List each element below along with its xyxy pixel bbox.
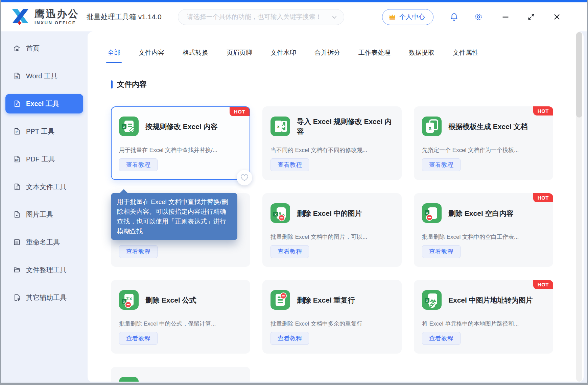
- svg-text:x: x: [275, 212, 277, 216]
- view-tutorial-button[interactable]: 查看教程: [271, 245, 309, 258]
- sidebar-item-8[interactable]: 文件整理工具: [5, 260, 83, 280]
- tool-title: 删除 Excel 空白内容: [448, 208, 514, 218]
- chevron-down-icon[interactable]: [331, 14, 338, 22]
- sidebar-item-label: PDF 工具: [26, 155, 55, 164]
- scrollbar-track[interactable]: [576, 32, 582, 382]
- tab-7[interactable]: 数据提取: [409, 48, 434, 63]
- view-tutorial-button[interactable]: 查看教程: [422, 245, 461, 258]
- sidebar-item-3[interactable]: P PPT 工具: [5, 122, 83, 141]
- tool-title: 删除 Excel 公式: [145, 295, 196, 305]
- svg-text:pdf: pdf: [15, 159, 19, 161]
- tooltip-arrow: [120, 189, 128, 193]
- hot-badge: HOT: [230, 107, 250, 116]
- tab-2[interactable]: 格式转换: [183, 48, 208, 63]
- card-head: x删除 Excel 空白内容: [422, 202, 545, 224]
- window-bottom-border: [0, 383, 588, 385]
- search-input[interactable]: [178, 9, 344, 25]
- tooltip-text: 用于批量在 Excel 文档中查找并替换/删除相关内容。可以按指定内容进行精确查…: [117, 198, 228, 235]
- excel-image-delete-icon: x: [271, 203, 290, 223]
- tool-card-7[interactable]: 删除 Excel 重复行批量删除 Excel 文档中多余的重复行查看教程: [262, 280, 402, 354]
- sidebar-item-label: 其它辅助工具: [26, 293, 67, 302]
- doc-shield-icon: [13, 293, 21, 302]
- sidebar-item-label: 重命名工具: [26, 238, 60, 247]
- tool-card-1[interactable]: x导入 Excel 规则修改 Excel 内容当不同的 Excel 文档有不同的…: [262, 106, 402, 180]
- excel-formula-delete-icon: Σxx: [119, 290, 139, 310]
- tool-title: 根据模板生成 Excel 文档: [448, 122, 528, 131]
- tab-5[interactable]: 合并拆分: [314, 48, 340, 63]
- sidebar-item-7[interactable]: 重命名工具: [5, 232, 83, 252]
- function-search: [178, 9, 344, 25]
- view-tutorial-button[interactable]: 查看教程: [119, 332, 158, 345]
- view-tutorial-button[interactable]: 查看教程: [422, 158, 461, 171]
- tab-1[interactable]: 文件内容: [139, 48, 164, 63]
- scrollbar-thumb[interactable]: [576, 32, 582, 118]
- tool-card-4[interactable]: x删除 Excel 中的图片批量删除 Excel 文档中的图片，可以...查看教…: [262, 193, 402, 267]
- tool-card-0[interactable]: HOTx按规则修改 Excel 内容用于批量在 Excel 文档中查找并替换/.…: [111, 106, 250, 180]
- sidebar-item-label: PPT 工具: [26, 127, 54, 136]
- tab-3[interactable]: 页眉页脚: [227, 48, 252, 63]
- sidebar-item-2[interactable]: X Excel 工具: [5, 94, 83, 113]
- view-tutorial-button[interactable]: 查看教程: [422, 332, 461, 345]
- tool-desc: 批量删除 Excel 文档中的空白工作表...: [422, 233, 545, 241]
- svg-text:x: x: [277, 124, 280, 129]
- view-tutorial-button[interactable]: 查看教程: [271, 332, 309, 345]
- tab-4[interactable]: 文件水印: [271, 48, 296, 63]
- settings-gear-icon[interactable]: [473, 11, 484, 23]
- excel-import-icon: x: [271, 117, 290, 136]
- heart-icon: [240, 174, 249, 182]
- tool-card-6[interactable]: Σxx删除 Excel 公式批量删除 Excel 中的公式，保留计算...查看教…: [111, 280, 250, 354]
- hot-badge: HOT: [533, 280, 553, 289]
- tool-card-5[interactable]: HOTx删除 Excel 空白内容批量删除 Excel 文档中的空白工作表...…: [414, 193, 553, 267]
- sidebar-item-4[interactable]: pdf PDF 工具: [5, 149, 83, 169]
- tool-title: 删除 Excel 重复行: [297, 295, 355, 305]
- card-head: x按规则修改 Excel 内容: [119, 115, 242, 137]
- sidebar-item-0[interactable]: 首页: [5, 38, 83, 58]
- hot-badge: HOT: [533, 193, 553, 202]
- rename-list-icon: [13, 238, 21, 246]
- card-head: 删除 Excel 重复行: [271, 289, 394, 311]
- svg-text:x: x: [123, 299, 125, 303]
- svg-text:W: W: [15, 75, 18, 78]
- excel-edit-icon: x: [119, 117, 139, 136]
- sidebar-item-label: Word 工具: [26, 72, 57, 81]
- tool-card-9[interactable]: [111, 367, 250, 382]
- tool-title: Excel 中图片地址转为图片: [448, 295, 533, 305]
- user-center-button[interactable]: 个人中心: [382, 9, 433, 25]
- word-doc-icon: W: [13, 72, 21, 80]
- sidebar-item-9[interactable]: 其它辅助工具: [5, 288, 83, 307]
- card-head: x导入 Excel 规则修改 Excel 内容: [271, 115, 394, 137]
- sidebar-item-6[interactable]: 图片工具: [5, 205, 83, 224]
- notification-bell-button[interactable]: [448, 11, 460, 23]
- view-tutorial-button[interactable]: 查看教程: [119, 158, 158, 171]
- close-button[interactable]: [551, 11, 563, 23]
- brand: 鹰迅办公 INXUN OFFICE: [9, 6, 79, 27]
- brand-name-en: INXUN OFFICE: [34, 21, 79, 25]
- favorite-heart-button[interactable]: [237, 170, 252, 185]
- view-tutorial-button[interactable]: 查看教程: [119, 245, 158, 258]
- hot-badge: HOT: [533, 106, 553, 116]
- sidebar-item-1[interactable]: W Word 工具: [5, 66, 83, 86]
- tab-6[interactable]: 工作表处理: [358, 48, 391, 63]
- app-window: 鹰迅办公 INXUN OFFICE 批量处理工具箱 v1.14.0 个人中心: [0, 0, 588, 385]
- sidebar-item-5[interactable]: 文本文件工具: [5, 177, 83, 197]
- app-title: 批量处理工具箱 v1.14.0: [87, 12, 162, 22]
- excel-image-link-icon: x: [422, 290, 442, 310]
- tool-card-2[interactable]: HOTx根据模板生成 Excel 文档先指定一个 Excel 文档作为一个模板.…: [414, 106, 553, 180]
- tab-0[interactable]: 全部: [108, 48, 120, 63]
- excel-template-icon: x: [422, 117, 442, 136]
- window-left-border: [0, 0, 1, 385]
- section-title: 文件内容: [117, 79, 147, 89]
- card-head: Σxx删除 Excel 公式: [119, 289, 242, 311]
- view-tutorial-button[interactable]: 查看教程: [271, 158, 309, 171]
- tab-8[interactable]: 文件属性: [453, 48, 478, 63]
- tool-desc: 用于批量在 Excel 文档中查找并替换/...: [119, 146, 242, 154]
- brand-text: 鹰迅办公 INXUN OFFICE: [34, 9, 79, 25]
- section-header: 文件内容: [111, 80, 147, 89]
- card-head: xExcel 中图片地址转为图片: [422, 289, 545, 311]
- svg-text:x: x: [123, 124, 125, 128]
- tool-card-8[interactable]: HOTxExcel 中图片地址转为图片将 Excel 单元格中的本地图片路径和.…: [414, 280, 553, 354]
- minimize-button[interactable]: [500, 11, 511, 23]
- maximize-button[interactable]: [525, 11, 537, 23]
- folder-open-icon: [13, 266, 21, 274]
- tool-desc: 先指定一个 Excel 文档作为一个模板...: [422, 146, 545, 154]
